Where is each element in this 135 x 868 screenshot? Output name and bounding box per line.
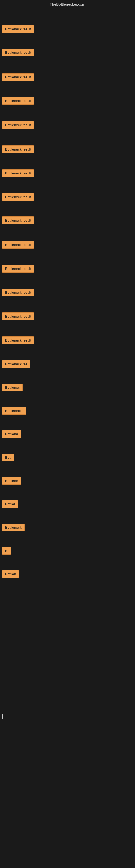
bottleneck-result-badge[interactable]: Bottleneck result	[2, 241, 34, 249]
list-item: Bottlenec	[0, 382, 25, 394]
list-item: Bottlen	[0, 569, 21, 580]
bottleneck-result-badge[interactable]: Bottleneck result	[2, 25, 34, 33]
list-item: Bottleneck res	[0, 359, 32, 370]
list-item: Bottleneck r	[0, 406, 29, 417]
bottleneck-result-badge[interactable]: Bott	[2, 454, 14, 461]
bottleneck-list: Bottleneck resultBottleneck resultBottle…	[0, 9, 135, 823]
list-item: Bottleneck result	[0, 192, 36, 203]
list-item: Bottleneck result	[0, 144, 36, 155]
site-title: TheBottlenecker.com	[0, 0, 135, 9]
bottleneck-result-badge[interactable]: Bottleneck result	[2, 312, 34, 320]
bottleneck-result-badge[interactable]: Bottlenec	[2, 383, 23, 392]
list-item: Bottleneck	[0, 522, 27, 533]
bottleneck-result-badge[interactable]: Bottleneck result	[2, 121, 34, 129]
bottleneck-result-badge[interactable]: Bottlene	[2, 430, 21, 438]
bottleneck-result-badge[interactable]: Bottleneck r	[2, 407, 27, 415]
bottleneck-result-badge[interactable]: Bottleneck	[2, 524, 25, 531]
bottleneck-result-badge[interactable]: Bottleneck result	[2, 289, 34, 297]
bottleneck-result-badge[interactable]: Bottleneck result	[2, 73, 34, 81]
bottleneck-result-badge[interactable]: Bottler	[2, 500, 18, 508]
cursor	[2, 714, 3, 719]
bottleneck-result-badge[interactable]: Bottlen	[2, 570, 19, 578]
bottleneck-result-badge[interactable]: Bottleneck result	[2, 265, 34, 273]
bottleneck-result-badge[interactable]: Bo	[2, 547, 11, 555]
bottleneck-result-badge[interactable]: Bottleneck result	[2, 216, 34, 224]
bottleneck-result-badge[interactable]: Bottleneck result	[2, 49, 34, 56]
bottleneck-result-badge[interactable]: Bottleneck result	[2, 97, 34, 105]
bottleneck-result-badge[interactable]: Bottleneck result	[2, 336, 34, 344]
list-item: Bottlene	[0, 429, 23, 440]
list-item: Bottler	[0, 499, 20, 510]
list-item: Bottleneck result	[0, 48, 36, 59]
list-item: Bottleneck result	[0, 96, 36, 107]
bottleneck-result-badge[interactable]: Bottleneck result	[2, 145, 34, 153]
list-item: Bottleneck result	[0, 24, 36, 35]
list-item: Bottleneck result	[0, 120, 36, 131]
list-item: Bottleneck result	[0, 215, 36, 226]
list-item: Bottleneck result	[0, 311, 36, 322]
list-item: Bottleneck result	[0, 240, 36, 251]
bottleneck-result-badge[interactable]: Bottleneck result	[2, 193, 34, 201]
bottleneck-result-badge[interactable]: Bottlene	[2, 477, 21, 485]
bottleneck-result-badge[interactable]: Bottleneck result	[2, 169, 34, 177]
list-item: Bottleneck result	[0, 72, 36, 83]
bottleneck-result-badge[interactable]: Bottleneck res	[2, 360, 30, 368]
list-item: Bott	[0, 453, 16, 464]
list-item: Bottleneck result	[0, 168, 36, 179]
list-item: Bo	[0, 546, 13, 557]
list-item: Bottlene	[0, 476, 23, 487]
list-item: Bottleneck result	[0, 264, 36, 275]
list-item: Bottleneck result	[0, 335, 36, 346]
list-item: Bottleneck result	[0, 287, 36, 299]
